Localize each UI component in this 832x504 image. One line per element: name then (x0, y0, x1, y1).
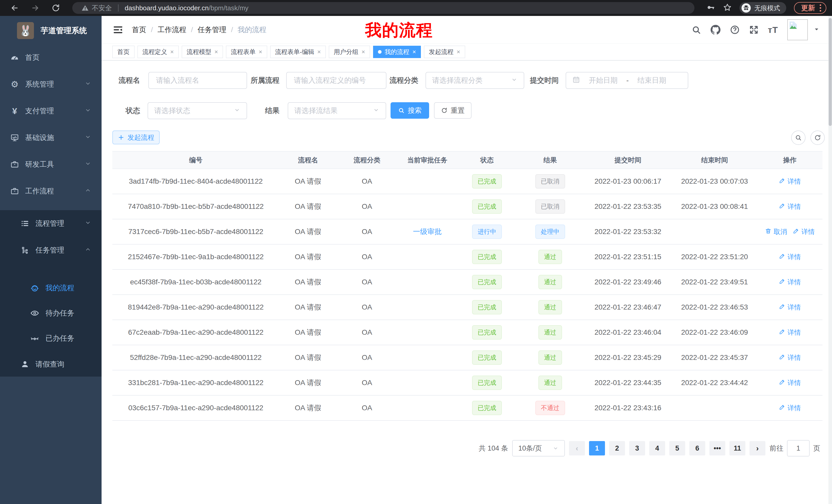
app-logo-row[interactable]: 🐰 芋道管理系统 (0, 16, 102, 39)
address-bar[interactable]: 不安全 dashboard.yudao.iocoder.cn/bpm/task/… (72, 2, 695, 14)
table-refresh-button[interactable] (810, 131, 825, 145)
edit-icon (779, 278, 785, 286)
reset-button[interactable]: 重置 (434, 102, 471, 119)
sidebar-item-dev-tools[interactable]: 研发工具 (0, 151, 102, 178)
not-secure-warning[interactable]: 不安全 (81, 4, 112, 12)
tab-start-process[interactable]: 发起流程× (424, 46, 465, 58)
tab-process-model[interactable]: 流程模型× (182, 46, 223, 58)
close-icon[interactable]: × (362, 49, 365, 55)
cancel-link[interactable]: 取消 (765, 227, 787, 236)
fullscreen-icon[interactable] (749, 25, 759, 35)
cell-process-name: OA 请假 (279, 270, 337, 295)
browser-menu-icon[interactable] (820, 4, 821, 11)
sidebar-item-leave-query[interactable]: 请假查询 (0, 351, 102, 377)
close-icon[interactable]: × (412, 49, 416, 55)
sidebar-item-todo-tasks[interactable]: 待办任务 (0, 301, 102, 326)
detail-link[interactable]: 详情 (779, 403, 801, 413)
detail-link[interactable]: 详情 (793, 227, 815, 236)
font-size-icon[interactable]: тT (768, 25, 778, 35)
current-task-link[interactable]: 一级审批 (413, 228, 442, 235)
breadcrumb-item[interactable]: 工作流程 (158, 25, 186, 35)
page-button-5[interactable]: 5 (669, 441, 685, 455)
page-size-select[interactable]: 10条/页 (512, 440, 565, 456)
tab-process-definition[interactable]: 流程定义× (137, 46, 179, 58)
sidebar-item-workflow[interactable]: 工作流程 (0, 178, 102, 204)
goto-page-input[interactable] (787, 440, 810, 456)
tab-home[interactable]: 首页 (112, 46, 134, 58)
detail-link[interactable]: 详情 (779, 177, 801, 186)
sidebar-item-system-management[interactable]: ⚙系统管理 (0, 71, 102, 97)
hamburger-icon[interactable] (112, 24, 124, 36)
cell-current-task (397, 345, 458, 370)
page-scrollbar[interactable] (828, 16, 832, 504)
date-end-placeholder[interactable]: 结束日期 (638, 76, 666, 85)
help-icon[interactable] (730, 25, 740, 35)
breadcrumb-item[interactable]: 首页 (132, 25, 146, 35)
sidebar-item-label: 支付管理 (25, 106, 54, 116)
avatar[interactable] (787, 19, 808, 40)
bookmark-star-icon[interactable] (723, 3, 732, 13)
table-search-button[interactable] (791, 131, 806, 145)
breadcrumb-item[interactable]: 任务管理 (198, 25, 227, 35)
process-name-input[interactable] (148, 72, 247, 89)
search-icon[interactable] (691, 25, 701, 35)
sidebar-item-task-management[interactable]: 任务管理 (0, 237, 102, 263)
page-button-2[interactable]: 2 (609, 441, 625, 455)
sidebar-item-process-management[interactable]: 流程管理 (0, 210, 102, 237)
sidebar-menu: 首页⚙系统管理¥支付管理基础设施研发工具工作流程 (0, 44, 102, 204)
tab-my-process[interactable]: 我的流程× (373, 46, 421, 58)
next-page-button[interactable]: › (750, 441, 765, 455)
close-icon[interactable]: × (457, 49, 460, 55)
submit-time-range-picker[interactable]: 开始日期 - 结束日期 (566, 72, 688, 89)
detail-link[interactable]: 详情 (779, 303, 801, 312)
close-icon[interactable]: × (214, 49, 218, 55)
process-table: 编号流程名流程分类当前审批任务状态结果提交时间结束时间操作 3ad174fb-7… (112, 151, 823, 421)
status-select[interactable]: 请选择状态 (148, 102, 247, 119)
page-button-11[interactable]: 11 (729, 441, 745, 455)
tab-process-form-edit[interactable]: 流程表单-编辑× (270, 46, 326, 58)
detail-link[interactable]: 详情 (779, 328, 801, 337)
browser-back-icon[interactable] (10, 4, 19, 12)
start-process-button[interactable]: 发起流程 (112, 131, 160, 144)
page-button-3[interactable]: 3 (629, 441, 645, 455)
date-start-placeholder[interactable]: 开始日期 (589, 76, 618, 85)
browser-update-button[interactable]: 更新 (794, 2, 826, 14)
category-select[interactable]: 请选择流程分类 (425, 72, 524, 89)
search-button[interactable]: 搜索 (391, 102, 429, 119)
detail-link[interactable]: 详情 (779, 278, 801, 287)
browser-reload-icon[interactable] (51, 4, 60, 12)
close-icon[interactable]: × (317, 49, 321, 55)
tab-user-group[interactable]: 用户分组× (329, 46, 370, 58)
prev-page-button[interactable]: ‹ (569, 441, 585, 455)
detail-link[interactable]: 详情 (779, 353, 801, 362)
sidebar-item-done-tasks[interactable]: 已办任务 (0, 326, 102, 351)
sidebar-item-infrastructure[interactable]: 基础设施 (0, 124, 102, 151)
key-icon[interactable] (706, 3, 715, 13)
table-row: 7317cec6-7b9b-11ec-b5b7-acde48001122OA 请… (112, 219, 823, 244)
close-icon[interactable]: × (259, 49, 262, 55)
result-badge: 通过 (538, 375, 562, 390)
cell-actions: 详情 (757, 244, 823, 270)
parent-process-input[interactable] (286, 72, 386, 89)
detail-link[interactable]: 详情 (779, 379, 801, 387)
page-ellipsis[interactable]: ••• (709, 441, 725, 455)
sidebar-item-my-process[interactable]: 我的流程 (0, 275, 102, 301)
gear-icon: ⚙ (9, 80, 20, 89)
tab-process-form[interactable]: 流程表单× (226, 46, 267, 58)
sidebar: 🐰 芋道管理系统 首页⚙系统管理¥支付管理基础设施研发工具工作流程 流程管理任务… (0, 16, 102, 504)
page-button-6[interactable]: 6 (689, 441, 705, 455)
scrollbar-thumb[interactable] (829, 18, 832, 126)
browser-forward-icon[interactable] (31, 4, 40, 12)
page-button-1[interactable]: 1 (589, 441, 605, 455)
detail-link[interactable]: 详情 (779, 202, 801, 211)
sidebar-item-home[interactable]: 首页 (0, 44, 102, 71)
detail-link[interactable]: 详情 (779, 253, 801, 261)
cell-status: 已完成 (458, 295, 516, 320)
close-icon[interactable]: × (170, 49, 174, 55)
avatar-caret-icon[interactable] (813, 26, 820, 33)
sidebar-submenu: 流程管理任务管理我的流程待办任务已办任务请假查询 (0, 210, 102, 376)
sidebar-item-payment-management[interactable]: ¥支付管理 (0, 97, 102, 124)
github-icon[interactable] (710, 25, 721, 35)
page-button-4[interactable]: 4 (649, 441, 665, 455)
result-select[interactable]: 请选择流结果 (288, 102, 386, 119)
